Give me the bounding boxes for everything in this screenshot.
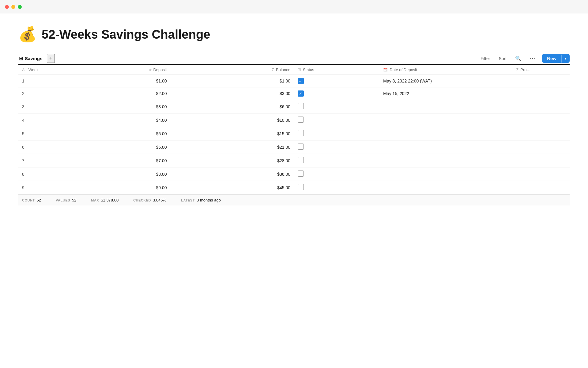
date-type-icon: 📅 bbox=[383, 68, 388, 72]
cell-balance-4: $15.00 bbox=[171, 127, 294, 140]
more-options-button[interactable]: ··· bbox=[528, 54, 537, 63]
cell-deposit-4: $5.00 bbox=[94, 127, 170, 140]
cell-status-0[interactable]: ✓ bbox=[294, 75, 379, 87]
cell-balance-5: $21.00 bbox=[171, 140, 294, 154]
cell-deposit-5: $6.00 bbox=[94, 140, 170, 154]
cell-status-8[interactable] bbox=[294, 181, 379, 194]
cell-week-7: 8 bbox=[18, 167, 94, 181]
latest-value: 3 months ago bbox=[197, 198, 221, 202]
cell-status-3[interactable] bbox=[294, 113, 379, 127]
cell-week-6: 7 bbox=[18, 154, 94, 167]
checkbox-unchecked[interactable] bbox=[298, 184, 304, 190]
cell-progress-6 bbox=[513, 154, 570, 167]
cell-date-2 bbox=[379, 100, 512, 113]
filter-button[interactable]: Filter bbox=[479, 55, 492, 62]
checkbox-unchecked[interactable] bbox=[298, 144, 304, 150]
cell-deposit-6: $7.00 bbox=[94, 154, 170, 167]
cell-balance-0: $1.00 bbox=[171, 75, 294, 87]
cell-week-5: 6 bbox=[18, 140, 94, 154]
cell-date-1: May 15, 2022 bbox=[379, 87, 512, 100]
table-icon: ⊞ bbox=[19, 56, 23, 61]
col-header-status[interactable]: ☑ Status bbox=[294, 65, 379, 75]
table-row[interactable]: 2$2.00$3.00✓May 15, 2022 bbox=[18, 87, 570, 100]
checkbox-checked[interactable]: ✓ bbox=[298, 78, 304, 84]
cell-deposit-2: $3.00 bbox=[94, 100, 170, 113]
footer-count: COUNT 52 bbox=[22, 198, 41, 202]
checkbox-unchecked[interactable] bbox=[298, 157, 304, 163]
cell-balance-8: $45.00 bbox=[171, 181, 294, 194]
add-view-button[interactable]: + bbox=[47, 54, 55, 63]
cell-status-2[interactable] bbox=[294, 100, 379, 113]
cell-progress-4 bbox=[513, 127, 570, 140]
toolbar-right: Filter Sort 🔍 ··· New ▾ bbox=[479, 54, 570, 63]
table-row[interactable]: 6$6.00$21.00 bbox=[18, 140, 570, 154]
table-row[interactable]: 4$4.00$10.00 bbox=[18, 113, 570, 127]
cell-progress-2 bbox=[513, 100, 570, 113]
checkbox-unchecked[interactable] bbox=[298, 103, 304, 109]
footer-values: VALUES 52 bbox=[56, 198, 76, 202]
tab-savings-label: Savings bbox=[25, 56, 43, 61]
col-header-deposit[interactable]: # Deposit bbox=[94, 65, 170, 75]
col-deposit-label: Deposit bbox=[153, 67, 167, 72]
toolbar: ⊞ Savings + Filter Sort 🔍 ··· New ▾ bbox=[18, 54, 570, 65]
col-header-progress[interactable]: Σ Pro… bbox=[513, 65, 570, 75]
table-row[interactable]: 8$8.00$36.00 bbox=[18, 167, 570, 181]
col-progress-label: Pro… bbox=[520, 67, 530, 72]
table-row[interactable]: 7$7.00$28.00 bbox=[18, 154, 570, 167]
cell-balance-6: $28.00 bbox=[171, 154, 294, 167]
count-value: 52 bbox=[37, 198, 41, 202]
cell-progress-8 bbox=[513, 181, 570, 194]
cell-date-8 bbox=[379, 181, 512, 194]
cell-deposit-8: $9.00 bbox=[94, 181, 170, 194]
maximize-button[interactable] bbox=[18, 5, 22, 9]
col-header-date[interactable]: 📅 Date of Deposit bbox=[379, 65, 512, 75]
max-label: MAX bbox=[91, 198, 99, 202]
table-header-row: Aa Week # Deposit Σ Balance bbox=[18, 65, 570, 75]
table-row[interactable]: 3$3.00$6.00 bbox=[18, 100, 570, 113]
values-label: VALUES bbox=[56, 198, 70, 202]
cell-date-3 bbox=[379, 113, 512, 127]
col-header-balance[interactable]: Σ Balance bbox=[171, 65, 294, 75]
checkbox-unchecked[interactable] bbox=[298, 130, 304, 136]
sort-button[interactable]: Sort bbox=[497, 55, 508, 62]
table-row[interactable]: 5$5.00$15.00 bbox=[18, 127, 570, 140]
checkbox-unchecked[interactable] bbox=[298, 117, 304, 123]
main-content: 💰 52-Weeks Savings Challenge ⊞ Savings +… bbox=[0, 13, 588, 205]
col-status-label: Status bbox=[303, 67, 314, 72]
cell-status-1[interactable]: ✓ bbox=[294, 87, 379, 100]
checkbox-checked[interactable]: ✓ bbox=[298, 90, 304, 97]
page-title: 52-Weeks Savings Challenge bbox=[42, 28, 210, 41]
cell-progress-0 bbox=[513, 75, 570, 87]
cell-date-4 bbox=[379, 127, 512, 140]
minimize-button[interactable] bbox=[11, 5, 15, 9]
cell-deposit-1: $2.00 bbox=[94, 87, 170, 100]
cell-progress-3 bbox=[513, 113, 570, 127]
table-row[interactable]: 9$9.00$45.00 bbox=[18, 181, 570, 194]
max-value: $1,378.00 bbox=[101, 198, 119, 202]
cell-status-7[interactable] bbox=[294, 167, 379, 181]
table-row[interactable]: 1$1.00$1.00✓May 8, 2022 22:00 (WAT) bbox=[18, 75, 570, 87]
cell-status-4[interactable] bbox=[294, 127, 379, 140]
cell-progress-5 bbox=[513, 140, 570, 154]
cell-status-6[interactable] bbox=[294, 154, 379, 167]
cell-date-7 bbox=[379, 167, 512, 181]
tab-savings[interactable]: ⊞ Savings bbox=[18, 54, 43, 63]
page-emoji: 💰 bbox=[18, 26, 37, 43]
sum-type-icon: Σ bbox=[272, 68, 274, 72]
cell-date-5 bbox=[379, 140, 512, 154]
cell-date-6 bbox=[379, 154, 512, 167]
cell-week-0: 1 bbox=[18, 75, 94, 87]
cell-status-5[interactable] bbox=[294, 140, 379, 154]
search-button[interactable]: 🔍 bbox=[513, 54, 523, 63]
checkbox-unchecked[interactable] bbox=[298, 171, 304, 177]
col-date-label: Date of Deposit bbox=[390, 67, 417, 72]
close-button[interactable] bbox=[5, 5, 9, 9]
new-dropdown-button[interactable]: ▾ bbox=[561, 55, 570, 63]
cell-week-8: 9 bbox=[18, 181, 94, 194]
cell-week-2: 3 bbox=[18, 100, 94, 113]
col-header-week[interactable]: Aa Week bbox=[18, 65, 94, 75]
cell-balance-3: $10.00 bbox=[171, 113, 294, 127]
new-button[interactable]: New bbox=[542, 54, 561, 63]
latest-label: LATEST bbox=[181, 198, 195, 202]
cell-progress-7 bbox=[513, 167, 570, 181]
